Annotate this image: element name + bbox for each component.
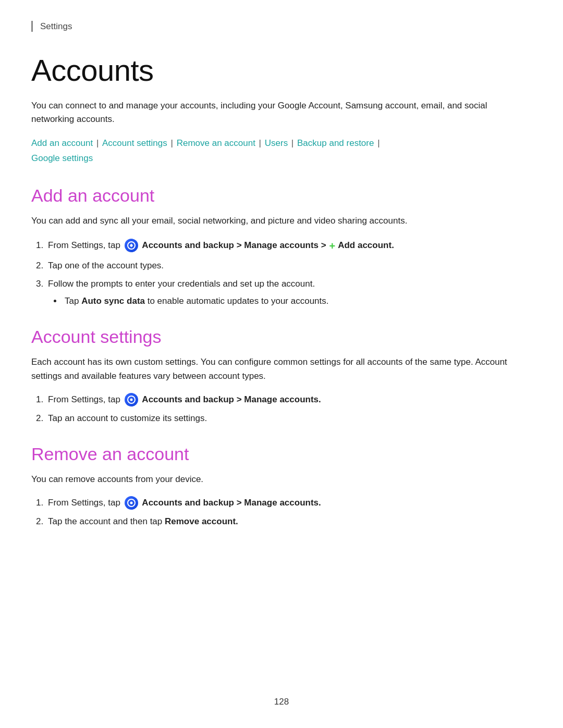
section-add-account: Add an account You can add and sync all … — [31, 186, 532, 308]
svg-point-5 — [130, 501, 132, 504]
link-google-settings[interactable]: Google settings — [31, 153, 93, 163]
section-title-remove-account: Remove an account — [31, 444, 532, 464]
section-title-add-account: Add an account — [31, 186, 532, 206]
section-account-settings: Account settings Each account has its ow… — [31, 327, 532, 425]
svg-point-1 — [130, 244, 132, 246]
plus-icon: + — [329, 238, 335, 254]
remove-account-bold: Remove account. — [165, 516, 238, 526]
link-users[interactable]: Users — [265, 138, 288, 148]
auto-sync-bold: Auto sync data — [81, 296, 145, 306]
step-3-add-account: Follow the prompts to enter your credent… — [46, 277, 532, 308]
link-backup-restore[interactable]: Backup and restore — [297, 138, 374, 148]
step-1-as-bold: Accounts and backup > Manage accounts. — [142, 394, 321, 404]
section-intro-remove-account: You can remove accounts from your device… — [31, 473, 532, 486]
step-2-remove-account: Tap the account and then tap Remove acco… — [46, 514, 532, 528]
step-1-account-settings: From Settings, tap Accounts and backup >… — [46, 392, 532, 407]
step-1-as-before: From Settings, tap — [48, 394, 123, 404]
sub-step-1: Tap Auto sync data to enable automatic u… — [63, 294, 532, 308]
steps-add-account: From Settings, tap Accounts and backup >… — [46, 238, 532, 309]
separator-4: | — [289, 138, 296, 148]
step-2-add-account: Tap one of the account types. — [46, 258, 532, 273]
step-1-bold-1: Accounts and backup > Manage accounts > — [142, 240, 328, 250]
settings-label: Settings — [40, 21, 72, 31]
section-title-account-settings: Account settings — [31, 327, 532, 347]
link-remove-account[interactable]: Remove an account — [177, 138, 255, 148]
sub-steps-add-account: Tap Auto sync data to enable automatic u… — [63, 294, 532, 308]
link-account-settings[interactable]: Account settings — [102, 138, 167, 148]
quick-links: Add an account | Account settings | Remo… — [31, 136, 532, 166]
step-1-ra-before: From Settings, tap — [48, 498, 123, 508]
accounts-backup-icon-2 — [125, 393, 138, 406]
step-1-add-account: From Settings, tap Accounts and backup >… — [46, 238, 532, 254]
step-1-ra-bold: Accounts and backup > Manage accounts. — [142, 498, 321, 508]
intro-text: You can connect to and manage your accou… — [31, 99, 532, 127]
step-2-account-settings: Tap an account to customize its settings… — [46, 411, 532, 425]
section-intro-add-account: You can add and sync all your email, soc… — [31, 214, 532, 228]
link-add-account[interactable]: Add an account — [31, 138, 93, 148]
page-number: 128 — [274, 697, 289, 707]
separator-1: | — [94, 138, 101, 148]
separator-3: | — [256, 138, 264, 148]
steps-remove-account: From Settings, tap Accounts and backup >… — [46, 496, 532, 528]
accounts-backup-icon-3 — [125, 496, 138, 510]
step-1-remove-account: From Settings, tap Accounts and backup >… — [46, 496, 532, 510]
page-title: Accounts — [31, 53, 532, 88]
step-1-bold-2: Add account. — [336, 240, 394, 250]
page-container: Settings Accounts You can connect to and… — [0, 0, 563, 728]
section-intro-account-settings: Each account has its own custom settings… — [31, 355, 532, 383]
svg-point-3 — [130, 398, 132, 401]
step-1-text-before: From Settings, tap — [48, 240, 123, 250]
accounts-backup-icon-1 — [125, 239, 138, 252]
separator-5: | — [375, 138, 380, 148]
section-remove-account: Remove an account You can remove account… — [31, 444, 532, 528]
separator-2: | — [168, 138, 176, 148]
steps-account-settings: From Settings, tap Accounts and backup >… — [46, 392, 532, 425]
settings-label-bar: Settings — [31, 21, 532, 32]
